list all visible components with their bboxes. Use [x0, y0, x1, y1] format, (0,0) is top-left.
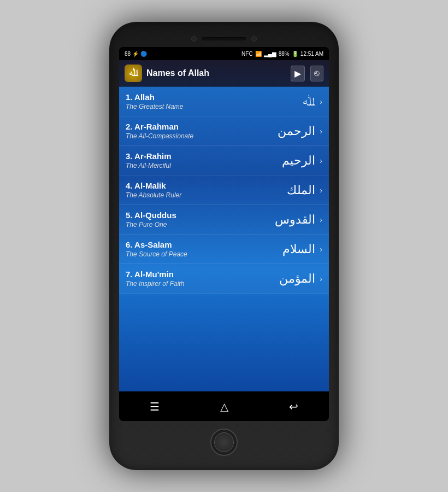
item-meaning-3: The All-Merciful [126, 162, 282, 169]
list-item-5[interactable]: 5. Al-Quddus The Pure One القدوس › [119, 205, 329, 235]
item-arabic-7: المؤمن [279, 272, 315, 286]
home-button-inner [214, 432, 234, 452]
item-right-2: الرحمن › [278, 124, 322, 138]
home-button[interactable]: △ [211, 397, 237, 417]
nfc-label: NFC [241, 51, 253, 57]
menu-button[interactable]: ☰ [141, 397, 168, 417]
item-chevron-2: › [320, 127, 322, 136]
physical-home-button[interactable] [210, 429, 238, 456]
item-meaning-7: The Inspirer of Faith [126, 280, 279, 288]
phone-bottom-bar [119, 421, 329, 459]
speaker-slot [202, 37, 246, 40]
list-item-1[interactable]: 1. Allah The Greatest Name ﷲ › [119, 87, 329, 116]
status-icons: 88 ⚡ 🔵 [125, 51, 147, 57]
time-display: 12:51 AM [300, 51, 323, 57]
screen: 88 ⚡ 🔵 NFC 📶 ▂▄▆ 88% 🔋 12:51 AM ﷲ Names … [119, 47, 329, 421]
item-right-6: السلام › [282, 242, 322, 256]
item-name-3: 3. Ar-Rahim [126, 151, 282, 161]
item-left-6: 6. As-Salam The Source of Peace [126, 240, 282, 258]
item-left-2: 2. Ar-Rahman The All-Compassionate [126, 122, 278, 140]
item-name-6: 6. As-Salam [126, 240, 282, 249]
list-item-4[interactable]: 4. Al-Malik The Absolute Ruler الملك › [119, 175, 329, 205]
item-name-2: 2. Ar-Rahman [126, 122, 278, 131]
item-right-7: المؤمن › [279, 272, 322, 286]
item-name-7: 7. Al-Mu'min [126, 270, 279, 279]
list-item-7[interactable]: 7. Al-Mu'min The Inspirer of Faith المؤم… [119, 264, 329, 294]
item-name-4: 4. Al-Malik [126, 181, 287, 190]
item-chevron-6: › [320, 245, 322, 254]
item-right-1: ﷲ › [303, 95, 322, 109]
item-meaning-6: The Source of Peace [126, 250, 282, 258]
share-button[interactable]: ⎋ [310, 66, 323, 81]
header-icons: ▶ ⎋ [291, 66, 323, 81]
phone-frame: 88 ⚡ 🔵 NFC 📶 ▂▄▆ 88% 🔋 12:51 AM ﷲ Names … [109, 22, 339, 470]
status-bar: 88 ⚡ 🔵 NFC 📶 ▂▄▆ 88% 🔋 12:51 AM [119, 47, 329, 60]
item-chevron-1: › [320, 97, 322, 106]
item-arabic-6: السلام [282, 242, 315, 256]
status-left: 88 ⚡ 🔵 [125, 51, 147, 57]
item-chevron-7: › [320, 274, 322, 283]
item-right-4: الملك › [287, 183, 322, 197]
camera-dot [191, 36, 197, 42]
item-arabic-4: الملك [287, 183, 315, 197]
item-chevron-4: › [320, 186, 322, 195]
item-left-1: 1. Allah The Greatest Name [126, 92, 303, 110]
back-button[interactable]: ↩ [280, 397, 307, 417]
item-arabic-1: ﷲ [303, 95, 315, 109]
item-chevron-5: › [320, 215, 322, 224]
item-right-5: القدوس › [275, 213, 322, 227]
item-left-3: 3. Ar-Rahim The All-Merciful [126, 151, 282, 169]
names-list: 1. Allah The Greatest Name ﷲ › 2. Ar-Rah… [119, 87, 329, 391]
signal-icon: ▂▄▆ [264, 51, 276, 57]
item-meaning-2: The All-Compassionate [126, 132, 278, 140]
app-title: Names of Allah [146, 68, 286, 78]
app-header: ﷲ Names of Allah ▶ ⎋ [119, 60, 329, 87]
item-meaning-5: The Pure One [126, 221, 275, 229]
list-item-2[interactable]: 2. Ar-Rahman The All-Compassionate الرحم… [119, 116, 329, 146]
item-chevron-3: › [320, 156, 322, 165]
status-right: NFC 📶 ▂▄▆ 88% 🔋 12:51 AM [241, 51, 323, 57]
battery-icon: 🔋 [292, 51, 298, 57]
wifi-icon: 📶 [255, 51, 262, 57]
item-left-4: 4. Al-Malik The Absolute Ruler [126, 181, 287, 199]
phone-top-bar [119, 33, 329, 47]
item-name-1: 1. Allah [126, 92, 303, 102]
app-icon: ﷲ [125, 65, 142, 82]
item-arabic-2: الرحمن [278, 124, 315, 138]
item-left-5: 5. Al-Quddus The Pure One [126, 210, 275, 229]
play-button[interactable]: ▶ [291, 66, 305, 81]
item-meaning-4: The Absolute Ruler [126, 191, 287, 199]
item-right-3: الرحيم › [282, 154, 322, 168]
item-left-7: 7. Al-Mu'min The Inspirer of Faith [126, 270, 279, 288]
battery-percentage: 88% [279, 51, 290, 57]
item-meaning-1: The Greatest Name [126, 103, 303, 110]
front-sensor [251, 36, 257, 42]
item-arabic-5: القدوس [275, 213, 315, 227]
bottom-nav: ☰ △ ↩ [119, 391, 329, 421]
list-item-3[interactable]: 3. Ar-Rahim The All-Merciful الرحيم › [119, 146, 329, 175]
item-name-5: 5. Al-Quddus [126, 210, 275, 220]
item-arabic-3: الرحيم [282, 154, 315, 168]
list-item-6[interactable]: 6. As-Salam The Source of Peace السلام › [119, 235, 329, 264]
